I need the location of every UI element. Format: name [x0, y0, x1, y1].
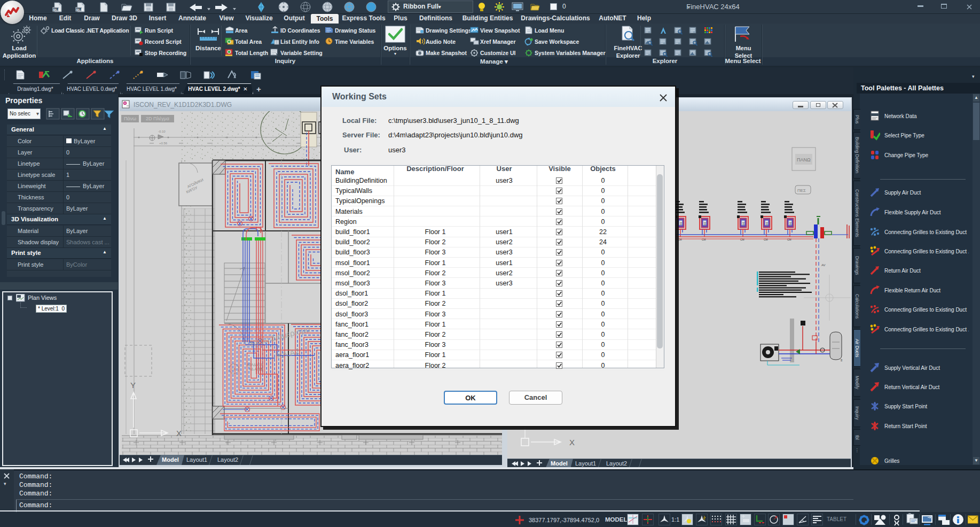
- svg-text:+0.56: +0.56: [159, 142, 168, 145]
- svg-text:ΠΕΣ: ΠΕΣ: [797, 188, 806, 193]
- svg-text:-0.10: -0.10: [158, 130, 166, 133]
- svg-text:AV: AV: [821, 264, 826, 267]
- svg-text:CM: CM: [678, 238, 682, 241]
- svg-text:CM: CM: [764, 238, 768, 241]
- svg-text:X: X: [569, 438, 575, 447]
- svg-text:X: X: [176, 429, 182, 438]
- svg-text:Ξ: Ξ: [680, 221, 683, 226]
- svg-text:BLD: BLD: [53, 8, 60, 11]
- svg-text:Ξ: Ξ: [704, 221, 707, 226]
- svg-text:ΠΑΝΩ: ΠΑΝΩ: [797, 157, 811, 162]
- svg-text:CM: CM: [702, 238, 706, 241]
- svg-text:Ξ: Ξ: [766, 221, 769, 226]
- svg-text:BLD: BLD: [76, 8, 83, 11]
- svg-text:CM: CM: [787, 238, 791, 241]
- svg-text:≡: ≡: [841, 359, 843, 362]
- svg-text:Y: Y: [130, 381, 136, 390]
- svg-text:Ξ: Ξ: [742, 221, 745, 226]
- svg-text:Ξ: Ξ: [789, 221, 792, 226]
- svg-text:CM: CM: [740, 238, 744, 241]
